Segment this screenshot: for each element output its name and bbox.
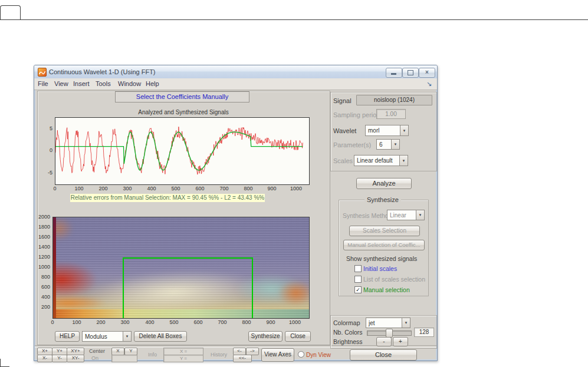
relative-error-message: Relative errors from Manual Selection: M… [70, 194, 265, 202]
synthesis-method-label: Synthesis Method [343, 212, 392, 219]
scales-selection-button[interactable]: Scales Selection [349, 226, 420, 236]
x-tick: 1000 [286, 319, 304, 325]
chevron-down-icon: ▼ [123, 332, 131, 341]
close-icon: × [419, 68, 435, 77]
center-on-label: On [91, 355, 98, 361]
list-of-scales-checkbox-row[interactable]: List of scales selection [354, 276, 431, 283]
manual-selection-box[interactable] [123, 257, 253, 319]
history-label: History [211, 352, 227, 358]
scales-dropdown[interactable]: Linear default ▼ [354, 155, 408, 166]
menu-window[interactable]: Window [118, 80, 141, 87]
x-tick: 600 [191, 186, 209, 191]
nb-colors-slider-thumb[interactable] [386, 329, 393, 338]
modulus-dropdown[interactable]: Modulus ▼ [82, 331, 132, 342]
brightness-minus-button[interactable]: - [376, 337, 392, 346]
page-corner-mark [0, 359, 1, 367]
y-tick: -5 [42, 170, 52, 176]
maximize-icon [408, 70, 413, 75]
title-bar[interactable]: Continuous Wavelet 1-D (Using FFT) × [34, 65, 437, 79]
plot-close-button[interactable]: Close [285, 331, 311, 342]
parameter-dropdown-value: 6 [377, 140, 391, 149]
x-tick: 100 [68, 319, 86, 325]
x-tick: 0 [44, 319, 61, 325]
sampling-period-label: Sampling period [333, 111, 380, 118]
x-tick: 800 [239, 186, 257, 191]
brightness-label: Brightness [333, 338, 363, 345]
delete-all-boxes-button[interactable]: Delete All Boxes [134, 331, 187, 342]
scale-tick: 1800 [35, 224, 50, 230]
signal-axes[interactable] [55, 117, 310, 185]
maximize-button[interactable] [402, 68, 419, 78]
x-tick: 500 [165, 319, 183, 325]
x-tick: 300 [119, 186, 136, 191]
history-far-back-button[interactable]: <<- [233, 355, 252, 362]
x-tick: 200 [94, 186, 112, 191]
scales-dropdown-value: Linear default [354, 156, 399, 166]
analyze-button[interactable]: Analyze [356, 178, 412, 189]
info-label: Info [148, 352, 157, 358]
scale-tick: 1400 [35, 244, 50, 250]
y-tick: 0 [42, 147, 52, 153]
parameter-dropdown[interactable]: 6 ▼ [376, 139, 400, 150]
x-tick: 200 [92, 319, 110, 325]
scale-tick: 2000 [35, 214, 50, 220]
help-button[interactable]: HELP [55, 331, 80, 342]
scale-tick: 200 [35, 304, 50, 310]
chevron-down-icon: ▼ [400, 125, 408, 135]
dyn-view-radio[interactable] [298, 351, 304, 358]
nb-colors-value-field[interactable]: 128 [414, 328, 434, 337]
sidebar-close-button[interactable]: Close [350, 349, 417, 361]
synthesize-group-title: Synthesize [364, 196, 401, 203]
brightness-plus-button[interactable]: + [393, 337, 408, 346]
colormap-label: Colormap [333, 319, 360, 326]
chevron-down-icon: ▼ [399, 156, 408, 166]
center-on-field[interactable] [111, 355, 137, 362]
signal-label: Signal [333, 97, 352, 104]
zoom-y-minus-button[interactable]: Y- [52, 355, 67, 362]
x-tick: 600 [189, 319, 207, 325]
signal-plot-title: Analyzed and Synthesized Signals [107, 109, 260, 115]
show-synthesized-signals-label: Show synthesized signals [346, 255, 417, 262]
scale-tick: 800 [35, 274, 50, 280]
dock-arrow-icon[interactable]: ↘ [426, 80, 432, 88]
scalogram-axes[interactable] [52, 217, 310, 319]
x-tick: 700 [215, 186, 233, 191]
initial-scales-checkbox-row[interactable]: Initial scales [354, 265, 425, 272]
manual-selection-coefficients-button[interactable]: Manual Selection of Coeffic... [343, 240, 425, 250]
app-window: Continuous Wavelet 1-D (Using FFT) × Fil… [34, 65, 438, 361]
parameter-label: Parameter(s) [333, 141, 371, 148]
wavelet-dropdown[interactable]: morl ▼ [365, 125, 409, 136]
menu-file[interactable]: File [38, 80, 48, 87]
zoom-xy-minus-button[interactable]: XY- [67, 355, 84, 362]
wavelet-label: Wavelet [333, 127, 356, 134]
coefficients-header-label: Select the Coefficients Manually [136, 93, 228, 100]
coefficients-header: Select the Coefficients Manually [115, 91, 249, 103]
menu-insert[interactable]: Insert [73, 80, 90, 87]
signal-traces [55, 118, 309, 184]
zoom-x-minus-button[interactable]: X- [37, 355, 52, 362]
nb-colors-label: Nb. Colors [333, 329, 363, 336]
window-title: Continuous Wavelet 1-D (Using FFT) [49, 68, 156, 75]
menu-bar: File View Insert Tools Window Help ↘ [34, 78, 437, 90]
scale-tick: 1200 [35, 254, 50, 260]
y-tick: 5 [42, 125, 52, 131]
checkbox-icon[interactable] [354, 265, 362, 272]
x-tick: 400 [143, 186, 160, 191]
checkbox-icon[interactable]: ✓ [354, 286, 362, 293]
menu-view[interactable]: View [54, 80, 68, 87]
colormap-dropdown[interactable]: jet ▼ [366, 318, 410, 328]
synthesize-button[interactable]: Synthesize [248, 331, 282, 342]
document-page: Continuous Wavelet 1-D (Using FFT) × Fil… [0, 0, 588, 367]
menu-help[interactable]: Help [146, 80, 159, 87]
synthesis-method-dropdown[interactable]: Linear ▼ [387, 210, 425, 220]
close-window-button[interactable]: × [419, 68, 435, 78]
checkbox-icon[interactable] [354, 276, 362, 283]
scale-tick: 600 [35, 284, 50, 290]
page-top-rule [0, 19, 588, 20]
minimize-button[interactable] [386, 68, 402, 78]
manual-selection-checkbox-row[interactable]: ✓ Manual selection [354, 286, 425, 293]
view-axes-button[interactable]: View Axes [261, 348, 294, 362]
menu-tools[interactable]: Tools [96, 80, 111, 87]
sampling-period-field[interactable]: 1.00 [376, 109, 406, 119]
signal-value-field: noisloop (1024) [356, 95, 432, 105]
